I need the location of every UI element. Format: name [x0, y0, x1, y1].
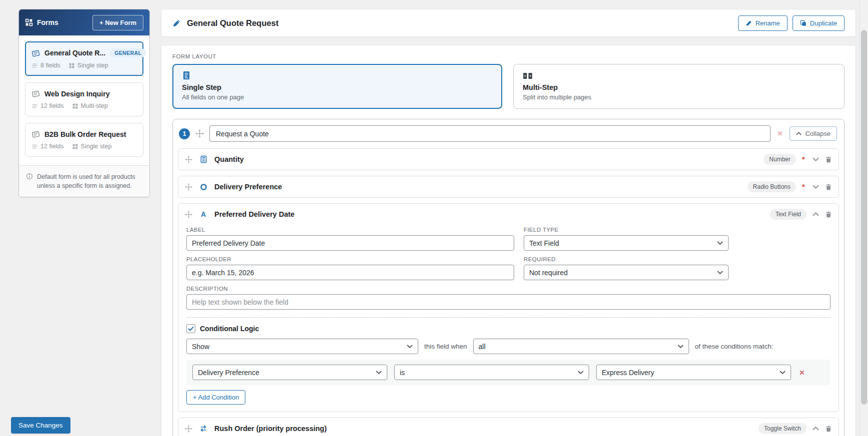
trash-icon — [825, 425, 832, 433]
chevron-down-icon — [717, 271, 723, 274]
field-type-badge: Toggle Switch — [759, 423, 807, 434]
field-type-label: FIELD TYPE — [524, 227, 729, 233]
duplicate-button[interactable]: Duplicate — [793, 15, 845, 31]
step-title-input[interactable] — [209, 125, 771, 142]
delete-field-button[interactable] — [825, 183, 832, 191]
condition-action-select[interactable]: Show — [186, 339, 418, 354]
field-editor: LABEL FIELD TYPE Text Field — [178, 225, 839, 412]
step-header: 1 ✕ Collapse — [178, 124, 839, 143]
layout-option-subtitle: Split into multiple pages — [523, 93, 835, 101]
drag-handle-icon[interactable] — [185, 425, 192, 433]
placeholder-label: PLACEHOLDER — [186, 256, 514, 262]
form-list-item-web-design[interactable]: Web Design Inquiry 12 fields Multi-step — [25, 82, 143, 116]
field-row-quantity: Quantity Number * — [178, 148, 839, 170]
chevron-down-icon — [578, 371, 584, 374]
new-form-button[interactable]: + New Form — [92, 15, 143, 30]
conditional-logic-label: Conditional Logic — [200, 325, 259, 333]
duplicate-icon — [800, 20, 807, 26]
chevron-down-icon — [678, 345, 684, 348]
steps-icon — [68, 62, 75, 69]
steps-icon — [72, 143, 78, 150]
drag-handle-icon[interactable] — [185, 183, 192, 191]
conditional-logic-checkbox[interactable] — [186, 324, 195, 333]
add-condition-button[interactable]: + Add Condition — [186, 390, 245, 405]
trash-icon — [825, 183, 832, 191]
form-list-item-general-quote[interactable]: General Quote R... GENERAL 8 fields Sing… — [25, 41, 143, 76]
list-icon — [31, 143, 38, 150]
condition-match-select[interactable]: all — [473, 339, 689, 354]
scrollbar-thumb[interactable] — [861, 30, 867, 405]
drag-handle-icon[interactable] — [195, 129, 204, 138]
placeholder-input[interactable] — [186, 265, 514, 280]
chevron-up-icon — [796, 132, 802, 135]
chevron-down-icon — [780, 371, 786, 374]
fields-count: 12 fields — [31, 143, 64, 150]
form-builder-panel: FORM LAYOUT Single Step All fields on on… — [161, 45, 856, 436]
collapse-button[interactable]: Collapse — [790, 126, 837, 141]
required-asterisk: * — [802, 183, 807, 191]
layout-options: Single Step All fields on one page Multi… — [172, 64, 845, 109]
condition-value-select[interactable]: Express Delivery — [596, 365, 791, 380]
form-name: B2B Bulk Order Request — [44, 130, 126, 138]
chevron-up-icon — [813, 212, 819, 216]
layout-option-multi-step[interactable]: Multi-Step Split into multiple pages — [513, 64, 845, 109]
delete-field-button[interactable] — [825, 425, 832, 433]
remove-condition-button[interactable]: ✕ — [798, 369, 806, 377]
chevron-down-icon — [376, 371, 382, 374]
fields-count: 8 fields — [31, 62, 60, 69]
field-type-badge: Text Field — [770, 209, 807, 220]
expand-field-button[interactable] — [813, 185, 819, 189]
check-icon — [188, 326, 194, 331]
forms-sidebar: Forms + New Form General Quote R... GENE… — [18, 9, 150, 197]
chevron-down-icon — [717, 241, 723, 245]
drag-handle-icon[interactable] — [185, 156, 192, 163]
condition-suffix-text: of these conditions match: — [695, 343, 774, 350]
field-label: Preferred Delivery Date — [214, 210, 294, 218]
chevron-down-icon — [813, 157, 819, 161]
default-form-note: Default form is used for all products un… — [19, 165, 149, 197]
form-name: General Quote R... — [44, 49, 105, 57]
collapse-field-button[interactable] — [813, 212, 819, 216]
page-scrollbar[interactable] — [860, 0, 868, 436]
note-text: Default form is used for all products un… — [37, 172, 142, 190]
field-type-badge: Number — [764, 154, 796, 165]
radio-icon — [199, 183, 208, 191]
field-row-rush-order: Rush Order (priority processing) Toggle … — [178, 418, 839, 436]
form-layout-label: FORM LAYOUT — [172, 53, 845, 59]
delete-step-icon[interactable]: ✕ — [776, 130, 785, 137]
sidebar-header: Forms + New Form — [19, 9, 149, 35]
delete-field-button[interactable] — [825, 211, 832, 218]
page-title: General Quote Request — [187, 18, 278, 28]
field-label: Rush Order (priority processing) — [214, 425, 327, 433]
page: Forms + New Form General Quote R... GENE… — [0, 0, 868, 436]
single-step-icon — [182, 71, 493, 82]
trash-icon — [825, 156, 832, 163]
description-input[interactable] — [186, 294, 831, 310]
condition-field-select[interactable]: Delivery Preference — [192, 365, 387, 380]
condition-operator-select[interactable]: is — [394, 365, 589, 380]
delete-field-button[interactable] — [825, 156, 832, 163]
sidebar-title-label: Forms — [37, 18, 58, 26]
form-header: General Quote Request Rename Duplicate — [161, 9, 856, 37]
edit-pencil-icon — [172, 19, 181, 27]
label-input[interactable] — [186, 235, 514, 251]
field-label: Delivery Preference — [214, 183, 282, 191]
field-label: Quantity — [214, 155, 244, 163]
field-type-select[interactable]: Text Field — [524, 235, 729, 251]
form-list-item-b2b-bulk[interactable]: B2B Bulk Order Request 12 fields Single … — [25, 123, 143, 157]
collapse-field-button[interactable] — [813, 427, 819, 431]
forms-grid-icon — [25, 18, 33, 26]
required-select[interactable]: Not required — [524, 265, 729, 280]
calculator-icon — [199, 155, 208, 163]
save-changes-button[interactable]: Save Changes — [11, 417, 70, 434]
chevron-down-icon — [407, 345, 413, 348]
general-badge: GENERAL — [110, 48, 146, 57]
field-row-preferred-delivery-date: A Preferred Delivery Date Text Field — [178, 203, 839, 412]
list-icon — [31, 103, 38, 109]
layout-option-single-step[interactable]: Single Step All fields on one page — [172, 64, 502, 109]
expand-field-button[interactable] — [813, 157, 819, 161]
trash-icon — [825, 211, 832, 218]
rename-button[interactable]: Rename — [738, 15, 788, 31]
required-label: REQUIRED — [524, 256, 729, 262]
drag-handle-icon[interactable] — [185, 211, 192, 218]
